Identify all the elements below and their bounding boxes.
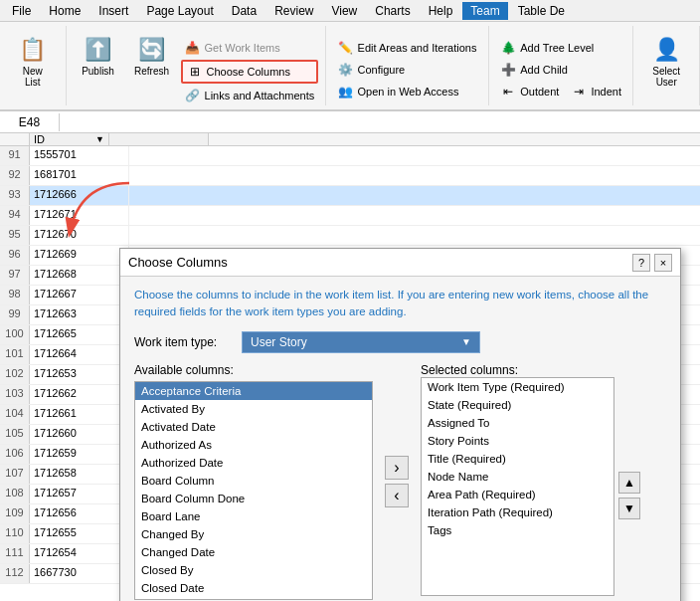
indent-button[interactable]: ⇥ Indent: [567, 82, 625, 101]
name-box[interactable]: E48: [0, 113, 60, 131]
table-row: 91 1555701: [0, 146, 700, 166]
list-item[interactable]: Story Points: [422, 432, 613, 450]
choose-columns-icon: ⊞: [187, 64, 203, 80]
indent-icon: ⇥: [571, 84, 587, 100]
menu-file[interactable]: File: [4, 2, 39, 20]
col-header-id[interactable]: ID ▼: [30, 133, 109, 145]
menu-team[interactable]: Team: [462, 2, 507, 20]
refresh-icon: 🔄: [136, 34, 168, 66]
workitem-type-select[interactable]: User Story ▼: [242, 331, 480, 353]
ribbon: 📋 New List ⬆️ Publish 🔄 Refresh 📥: [0, 22, 700, 111]
dialog-titlebar: Choose Columns ? ×: [120, 249, 680, 277]
list-item[interactable]: Authorized As: [135, 436, 372, 454]
formula-bar: E48: [0, 111, 700, 133]
dialog-title: Choose Columns: [128, 255, 228, 270]
available-columns-label: Available columns:: [134, 363, 373, 377]
get-work-items-icon: 📥: [185, 40, 201, 56]
menu-view[interactable]: View: [323, 2, 365, 20]
table-row: 92 1681701: [0, 166, 700, 186]
column-reorder-buttons: ▲ ▼: [618, 377, 640, 596]
list-item[interactable]: State (Required): [422, 396, 613, 414]
formula-input[interactable]: [60, 120, 700, 124]
column-headers: ID ▼: [0, 133, 700, 146]
add-child-icon: ➕: [500, 62, 516, 78]
dialog-close-button[interactable]: ×: [654, 254, 672, 272]
select-arrow-icon: ▼: [461, 336, 471, 347]
list-item[interactable]: Activated Date: [135, 418, 372, 436]
menu-review[interactable]: Review: [266, 2, 321, 20]
list-item[interactable]: Changed Date: [135, 543, 372, 561]
select-user-icon: 👤: [650, 34, 682, 66]
refresh-button[interactable]: 🔄 Refresh: [127, 30, 177, 81]
list-item[interactable]: Area Path (Required): [422, 486, 613, 503]
publish-button[interactable]: ⬆️ Publish: [74, 30, 123, 81]
ribbon-group-user: 👤 Select User: [633, 26, 700, 105]
move-left-button[interactable]: ‹: [385, 484, 409, 507]
list-item[interactable]: Title (Required): [422, 450, 613, 468]
table-row: 93 1712666: [0, 186, 700, 206]
col-header-data[interactable]: [109, 133, 209, 145]
ribbon-group-new: 📋 New List: [0, 26, 67, 105]
list-item[interactable]: Board Lane: [135, 507, 372, 525]
get-work-items-button[interactable]: 📥 Get Work Items: [181, 38, 319, 58]
outdent-button[interactable]: ⇤ Outdent: [496, 82, 563, 101]
open-web-access-button[interactable]: 👥 Open in Web Access: [334, 82, 481, 101]
list-item[interactable]: Assigned To: [422, 414, 613, 432]
menu-bar: File Home Insert Page Layout Data Review…: [0, 0, 700, 22]
table-row: 95 1712670: [0, 226, 700, 246]
choose-columns-button[interactable]: ⊞ Choose Columns: [181, 60, 319, 84]
list-item[interactable]: Closed Date: [135, 579, 372, 597]
ribbon-group-publish: ⬆️ Publish 🔄 Refresh 📥 Get Work Items ⊞ …: [67, 26, 327, 105]
move-right-button[interactable]: ›: [385, 456, 409, 480]
new-list-icon: 📋: [17, 34, 49, 66]
configure-button[interactable]: ⚙️ Configure: [334, 60, 481, 80]
add-tree-level-button[interactable]: 🌲 Add Tree Level: [496, 38, 625, 58]
menu-page-layout[interactable]: Page Layout: [138, 2, 221, 20]
new-list-button[interactable]: 📋 New List: [8, 30, 58, 92]
links-and-attachments-button[interactable]: 🔗 Links and Attachments: [181, 86, 319, 105]
menu-table-de[interactable]: Table De: [510, 2, 573, 20]
table-row: 94 1712671: [0, 206, 700, 226]
dialog-body: Choose the columns to include in the wor…: [120, 277, 680, 601]
list-item[interactable]: Closed By: [135, 561, 372, 579]
list-item[interactable]: Board Column Done: [135, 490, 372, 507]
list-item[interactable]: Comment Count: [135, 597, 372, 600]
list-item[interactable]: Tags: [422, 521, 613, 539]
columns-area: Available columns: Acceptance Criteria A…: [134, 363, 666, 600]
selected-columns-list[interactable]: Work Item Type (Required) State (Require…: [421, 377, 614, 596]
move-up-button[interactable]: ▲: [618, 472, 640, 494]
row-num-header: [0, 133, 30, 145]
available-columns-list[interactable]: Acceptance Criteria Activated By Activat…: [134, 381, 373, 600]
menu-charts[interactable]: Charts: [367, 2, 418, 20]
add-tree-icon: 🌲: [500, 40, 516, 56]
add-child-button[interactable]: ➕ Add Child: [496, 60, 625, 80]
workitem-type-label: Work item type:: [134, 335, 234, 349]
selected-columns-label: Selected columns:: [421, 363, 640, 377]
available-columns-section: Available columns: Acceptance Criteria A…: [134, 363, 373, 600]
edit-areas-icon: ✏️: [338, 40, 354, 56]
menu-home[interactable]: Home: [41, 2, 88, 20]
list-item[interactable]: Iteration Path (Required): [422, 503, 613, 521]
list-item[interactable]: Activated By: [135, 400, 372, 418]
outdent-icon: ⇤: [500, 84, 516, 100]
links-icon: 🔗: [185, 88, 201, 103]
edit-areas-button[interactable]: ✏️ Edit Areas and Iterations: [334, 38, 481, 58]
list-item[interactable]: Work Item Type (Required): [422, 378, 613, 396]
list-item[interactable]: Board Column: [135, 472, 372, 490]
move-down-button[interactable]: ▼: [618, 498, 640, 519]
list-item[interactable]: Node Name: [422, 468, 613, 486]
dialog-help-button[interactable]: ?: [632, 254, 650, 272]
choose-columns-dialog: Choose Columns ? × Choose the columns to…: [119, 248, 681, 601]
list-item[interactable]: Acceptance Criteria: [135, 382, 372, 400]
select-user-button[interactable]: 👤 Select User: [641, 30, 691, 92]
filter-arrow-icon[interactable]: ▼: [95, 134, 104, 144]
list-item[interactable]: Changed By: [135, 525, 372, 543]
list-item[interactable]: Authorized Date: [135, 454, 372, 472]
dialog-title-buttons: ? ×: [632, 254, 672, 272]
workitem-type-row: Work item type: User Story ▼: [134, 331, 666, 353]
ribbon-group-tree: 🌲 Add Tree Level ➕ Add Child ⇤ Outdent ⇥…: [489, 26, 634, 105]
menu-help[interactable]: Help: [421, 2, 461, 20]
menu-data[interactable]: Data: [224, 2, 264, 20]
menu-insert[interactable]: Insert: [90, 2, 136, 20]
selected-columns-section: Selected columns: Work Item Type (Requir…: [421, 363, 640, 600]
